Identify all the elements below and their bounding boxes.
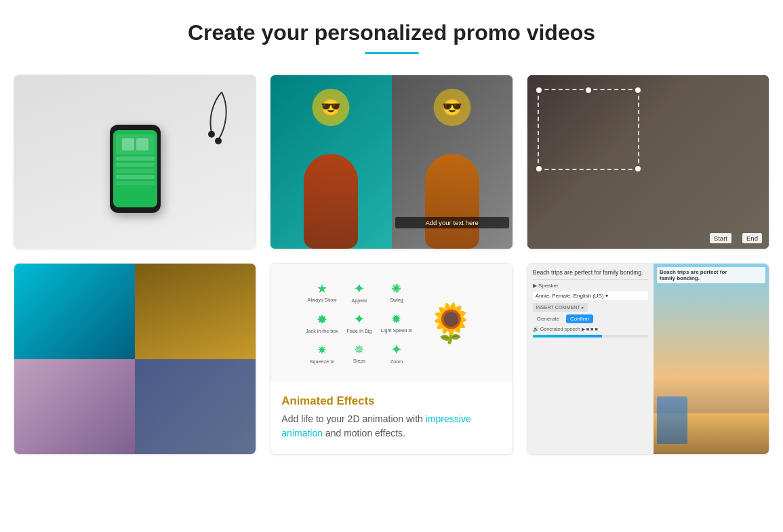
animation-grid: ★Always Show ✦Appear ✺Swing ✸Jack in the… [305, 279, 414, 367]
pan-zoom-end-label: End [742, 233, 762, 243]
card-body-text: Text & Effects Elevate your stories with… [270, 249, 512, 249]
card-body-music: Music Library Royalty-free music clips t… [14, 249, 256, 249]
card-image-panzoom: End Start [527, 75, 769, 249]
svg-point-0 [215, 138, 222, 144]
narr-confirm-btn[interactable]: Confirm [566, 314, 593, 323]
card-body-animated: Animated Effects Add life to your 2D ani… [270, 382, 512, 454]
card-image-music [14, 75, 256, 249]
page-header: Create your personalized promo videos [14, 20, 769, 54]
title-underline [365, 52, 419, 54]
feature-grid: Music Library Royalty-free music clips t… [14, 75, 769, 455]
card-text-effects: 😎 😎 Add your text here Text & Effects El… [270, 75, 513, 249]
card-image-text: 😎 😎 Add your text here [270, 75, 512, 249]
card-slide-transition: Slide Transition Keep audiences engaged … [14, 263, 256, 455]
card-music-library: Music Library Royalty-free music clips t… [14, 75, 256, 249]
card-desc-animated: Add life to your 2D animation with impre… [281, 412, 501, 441]
narr-beach-text: Beach trips are perfect forfamily bondin… [657, 267, 765, 283]
card-animated-effects: ★Always Show ✦Appear ✺Swing ✸Jack in the… [270, 263, 513, 455]
narr-generate-btn[interactable]: Generate [533, 314, 563, 323]
narr-speech-label: 🔊 Generated speech ▶ ■ ■ ■ [533, 326, 648, 332]
sunflower-illustration: 🌻 [424, 289, 478, 357]
narr-insert-btn[interactable]: INSERT COMMENT ▸ [533, 303, 588, 312]
narr-sample-text: Beach trips are perfect for family bondi… [533, 269, 648, 277]
card-body-narration: Narration Generation (TTS) Transform tex… [527, 454, 769, 455]
card-image-slide [14, 264, 256, 454]
page-title: Create your personalized promo videos [14, 20, 769, 45]
card-body-panzoom: Pan & Zoom Dynamic panning, zooming, and… [527, 249, 769, 249]
narr-speaker-label: ▶ Speaker [533, 283, 648, 289]
card-body-slide: Slide Transition Keep audiences engaged … [14, 454, 256, 455]
svg-point-1 [208, 131, 215, 138]
card-narration: Beach trips are perfect for family bondi… [527, 263, 769, 455]
card-title-animated: Animated Effects [281, 394, 501, 408]
text-badge: Add your text here [395, 217, 509, 228]
card-image-narration: Beach trips are perfect for family bondi… [527, 264, 769, 454]
pan-zoom-start-label: Start [710, 233, 731, 243]
card-pan-zoom: End Start Pan & Zoom Dynamic panning, zo… [527, 75, 769, 249]
narr-voice-select[interactable]: Annie, Female, English (US) ▾ [533, 291, 648, 300]
card-image-animated: ★Always Show ✦Appear ✺Swing ✸Jack in the… [270, 264, 512, 382]
